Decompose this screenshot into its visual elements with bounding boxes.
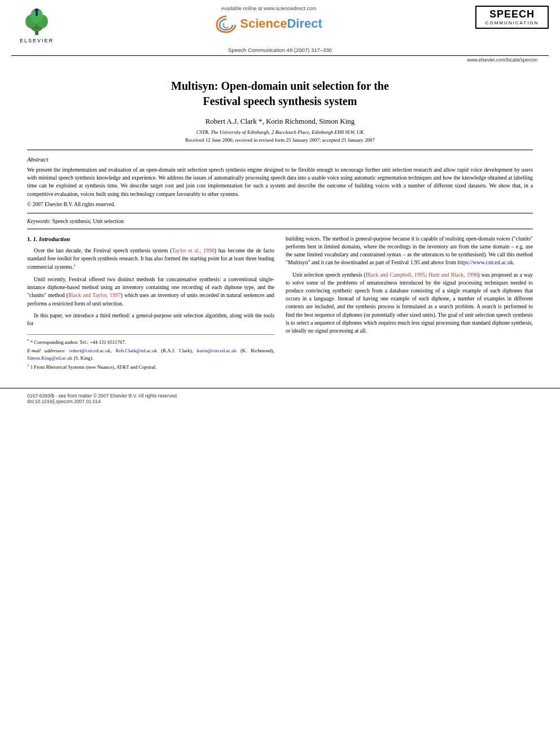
keywords-line: Keywords: Speech synthesis; Unit selecti… — [27, 218, 533, 224]
abstract-heading: Abstract — [27, 156, 533, 163]
cstr-url[interactable]: https://www.cstr.ed.ac.uk — [457, 259, 513, 265]
elsevier-tree-icon — [20, 6, 54, 37]
speech-comm-title: SPEECH — [482, 9, 542, 20]
section1-heading: 1. 1. Introduction — [27, 235, 274, 243]
fn1-sup: 1 — [27, 363, 29, 368]
title-line1: Multisyn: Open-domain unit selection for… — [171, 80, 389, 92]
keywords-text: Speech synthesis; Unit selection — [53, 218, 124, 224]
footnote-star: * * Corresponding author. Tel.: +44 131 … — [27, 338, 274, 346]
sciencedirect-logo: ScienceDirect — [215, 14, 322, 33]
main-content: Multisyn: Open-domain unit selection for… — [0, 63, 560, 383]
two-column-body: 1. 1. Introduction Over the last decade,… — [27, 235, 533, 372]
footer: 0167-6393/$ - see front matter © 2007 El… — [0, 388, 560, 410]
section1-title: 1. Introduction — [33, 236, 70, 242]
elsevier-label: ELSEVIER — [20, 38, 54, 43]
star-sup: * — [27, 338, 29, 343]
black-taylor-ref[interactable]: Black and Taylor, 1997 — [68, 292, 121, 298]
fn1-text: 1 From Rhetorical Systems (now Nuance), … — [30, 364, 157, 370]
right-column: building voices. The method is general-p… — [286, 235, 533, 372]
footnote-star-text: * Corresponding author. Tel.: +44 131 65… — [30, 339, 126, 345]
email-label: E-mail addresses: — [27, 348, 65, 353]
elsevier-logo: ELSEVIER — [11, 6, 62, 43]
paper-title: Multisyn: Open-domain unit selection for… — [27, 78, 533, 109]
hunt-black-ref[interactable]: Hunt and Black, 1996 — [428, 272, 478, 278]
right-para1: building voices. The method is general-p… — [286, 235, 533, 267]
email-simon[interactable]: Simon.King@ed.ac.uk — [27, 355, 72, 361]
footnote-1: 1 1 From Rhetorical Systems (now Nuance)… — [27, 363, 274, 370]
elsevier-url: www.elsevier.com/locate/specom — [467, 57, 537, 63]
received-dates: Received 12 June 2006; received in revis… — [27, 137, 533, 143]
svg-point-5 — [35, 8, 38, 12]
footer-issn: 0167-6393/$ - see front matter © 2007 El… — [27, 393, 533, 399]
abstract-divider-bottom — [27, 213, 533, 213]
affiliation: CSTR, The University of Edinburgh, 2 Buc… — [27, 129, 533, 135]
footnote1-ref: 1 — [73, 263, 76, 268]
header-divider — [11, 55, 549, 56]
footer-doi: doi:10.1016/j.specom.2007.01.014 — [27, 399, 533, 404]
svg-rect-6 — [36, 12, 38, 16]
speech-communication-box: SPEECH COMMUNICATION — [475, 6, 549, 29]
sd-logo-icon — [215, 14, 238, 33]
authors: Robert A.J. Clark *, Korin Richmond, Sim… — [27, 117, 533, 126]
header-top: ELSEVIER Available online at www.science… — [11, 6, 549, 43]
keywords-divider — [27, 229, 533, 229]
journal-info: Speech Communication 49 (2007) 317–330 — [11, 47, 549, 53]
section1-number: 1. — [27, 236, 32, 242]
keywords-label: Keywords: — [27, 218, 51, 224]
header-bottom-row: www.elsevier.com/locate/specom — [11, 57, 549, 63]
section1-para3: In this paper, we introduce a third meth… — [27, 312, 274, 327]
svg-rect-7 — [32, 27, 41, 28]
abstract-divider-top — [27, 150, 533, 150]
available-online-text: Available online at www.sciencedirect.co… — [221, 6, 317, 11]
title-line2: Festival speech synthesis system — [203, 95, 357, 107]
abstract-text: We present the implementation and evalua… — [27, 166, 533, 198]
copyright-line: © 2007 Elsevier B.V. All rights reserved… — [27, 202, 533, 207]
section1-para2: Until recently, Festival offered two dis… — [27, 276, 274, 308]
header: ELSEVIER Available online at www.science… — [0, 0, 560, 63]
left-column: 1. 1. Introduction Over the last decade,… — [27, 235, 274, 372]
title-section: Multisyn: Open-domain unit selection for… — [27, 78, 533, 143]
email-robert[interactable]: robert@cstr.ed.ac.uk — [69, 348, 111, 353]
speech-comm-sub: COMMUNICATION — [482, 20, 542, 25]
taylor-ref[interactable]: Taylor et al., 1998 — [172, 247, 214, 254]
email-korin[interactable]: korin@cstr.ed.ac.uk — [197, 348, 237, 353]
email-rob[interactable]: Rob.Clark@ed.ac.uk — [116, 348, 158, 353]
sciencedirect-center: Available online at www.sciencedirect.co… — [62, 6, 475, 33]
sciencedirect-text: ScienceDirect — [240, 16, 322, 31]
footnote-email: E-mail addresses: robert@cstr.ed.ac.uk, … — [27, 347, 274, 361]
black-campbell-ref[interactable]: Black and Campbell, 1995 — [366, 272, 426, 278]
right-para2: Unit selection speech synthesis (Black a… — [286, 271, 533, 335]
section1-para1: Over the last decade, the Festival speec… — [27, 247, 274, 272]
footnotes: * * Corresponding author. Tel.: +44 131 … — [27, 334, 274, 370]
abstract-section: Abstract We present the implementation a… — [27, 156, 533, 207]
page: ELSEVIER Available online at www.science… — [0, 0, 560, 747]
